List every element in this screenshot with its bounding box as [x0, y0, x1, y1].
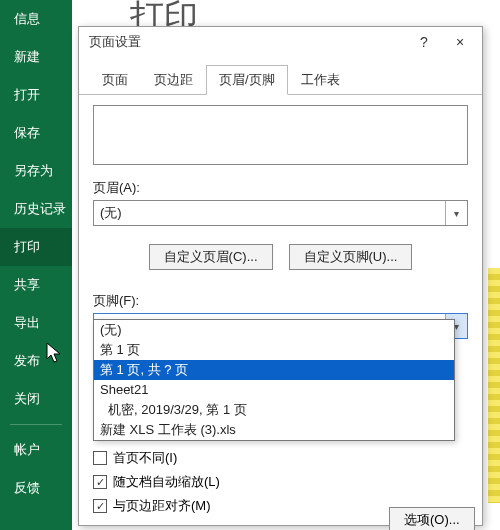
check-label: 首页不同(I) [113, 449, 177, 467]
sidebar-item-saveas[interactable]: 另存为 [0, 152, 72, 190]
footer-label: 页脚(F): [93, 292, 468, 310]
header-preview-box [93, 105, 468, 165]
sidebar-item-save[interactable]: 保存 [0, 114, 72, 152]
help-button[interactable]: ? [406, 28, 442, 56]
sidebar-item-export[interactable]: 导出 [0, 304, 72, 342]
checkbox-icon: ✓ [93, 499, 107, 513]
header-combo-value: (无) [94, 204, 445, 222]
check-first-page-different[interactable]: 首页不同(I) [93, 449, 220, 467]
sidebar-item-close[interactable]: 关闭 [0, 380, 72, 418]
sidebar-item-info[interactable]: 信息 [0, 0, 72, 38]
footer-dropdown-list[interactable]: (无) 第 1 页 第 1 页, 共 ? 页 Sheet21 机密, 2019/… [94, 320, 454, 440]
options-button[interactable]: 选项(O)... [389, 507, 475, 530]
sidebar-divider [10, 424, 62, 425]
checkbox-icon: ✓ [93, 475, 107, 489]
footer-option[interactable]: 第 1 页 [94, 340, 454, 360]
footer-option[interactable]: 机密, 2019/3/29, 第 1 页 [94, 400, 454, 420]
tab-page[interactable]: 页面 [89, 65, 141, 95]
sidebar-item-open[interactable]: 打开 [0, 76, 72, 114]
footer-option[interactable]: (无) [94, 320, 454, 340]
footer-option[interactable]: Sheet21 [94, 380, 454, 400]
header-combo[interactable]: (无) ▾ [93, 200, 468, 226]
close-button[interactable]: × [442, 28, 478, 56]
sidebar-item-publish[interactable]: 发布 [0, 342, 72, 380]
check-scale-with-doc[interactable]: ✓ 随文档自动缩放(L) [93, 473, 220, 491]
footer-option[interactable]: 新建 XLS 工作表 (3).xls [94, 420, 454, 440]
chevron-down-icon[interactable]: ▾ [445, 201, 467, 225]
tab-sheet[interactable]: 工作表 [288, 65, 353, 95]
header-label: 页眉(A): [93, 179, 468, 197]
sidebar-item-account[interactable]: 帐户 [0, 431, 72, 469]
sidebar-item-feedback[interactable]: 反馈 [0, 469, 72, 507]
sidebar-item-new[interactable]: 新建 [0, 38, 72, 76]
check-label: 随文档自动缩放(L) [113, 473, 220, 491]
tab-header-footer[interactable]: 页眉/页脚 [206, 65, 288, 95]
custom-footer-button[interactable]: 自定义页脚(U)... [289, 244, 413, 270]
page-setup-dialog: 页面设置 ? × 页面 页边距 页眉/页脚 工作表 页眉(A): (无) ▾ 自… [78, 26, 483, 526]
footer-dropdown: (无) 第 1 页 第 1 页, 共 ? 页 Sheet21 机密, 2019/… [93, 319, 455, 441]
custom-header-button[interactable]: 自定义页眉(C)... [149, 244, 273, 270]
footer-option[interactable]: 第 1 页, 共 ? 页 [94, 360, 454, 380]
check-align-with-margins[interactable]: ✓ 与页边距对齐(M) [93, 497, 220, 515]
preview-strip [488, 268, 500, 503]
dialog-titlebar: 页面设置 ? × [79, 27, 482, 57]
checkbox-icon [93, 451, 107, 465]
tab-margins[interactable]: 页边距 [141, 65, 206, 95]
tab-strip: 页面 页边距 页眉/页脚 工作表 [79, 57, 482, 95]
check-label: 与页边距对齐(M) [113, 497, 211, 515]
sidebar-item-history[interactable]: 历史记录 [0, 190, 72, 228]
checkbox-group: 首页不同(I) ✓ 随文档自动缩放(L) ✓ 与页边距对齐(M) [93, 449, 220, 515]
sidebar-item-share[interactable]: 共享 [0, 266, 72, 304]
dialog-title: 页面设置 [89, 33, 406, 51]
sidebar-item-print[interactable]: 打印 [0, 228, 72, 266]
backstage-sidebar: 信息 新建 打开 保存 另存为 历史记录 打印 共享 导出 发布 关闭 帐户 反… [0, 0, 72, 530]
